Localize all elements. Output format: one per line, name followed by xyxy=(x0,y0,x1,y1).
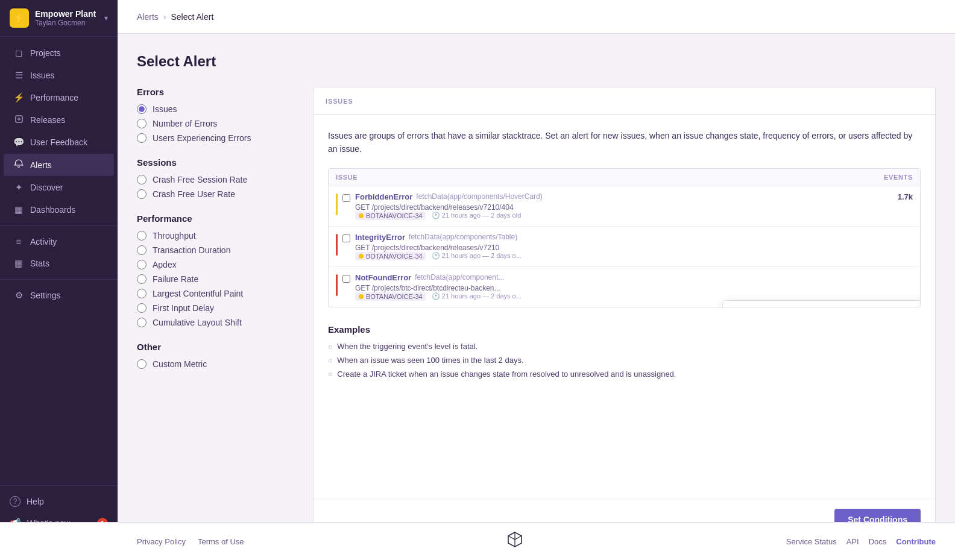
sidebar-item-performance[interactable]: ⚡ Performance xyxy=(4,87,114,109)
issue-location: fetchData(app/component... xyxy=(415,273,504,282)
issue-events-count: 1.7k xyxy=(898,192,913,201)
issue-path: GET /projects/direct/backend/releases/v7… xyxy=(355,244,913,252)
settings-icon: ⚙ xyxy=(13,290,24,301)
severity-indicator xyxy=(336,234,338,256)
right-panel-header: ISSUES xyxy=(314,87,935,115)
radio-failure-rate-input[interactable] xyxy=(137,274,147,284)
radio-lcp[interactable]: Largest Contentful Paint xyxy=(137,289,294,298)
radio-fid[interactable]: First Input Delay xyxy=(137,303,294,313)
row-checkbox[interactable] xyxy=(342,234,350,242)
issue-meta: BOTANAVOICE-34 🕐 21 hours ago — 2 days o… xyxy=(355,252,913,260)
issue-title-row: IntegrityError fetchData(app/components/… xyxy=(355,233,913,242)
row-checkbox[interactable] xyxy=(342,275,350,283)
issues-table-header: ISSUE EVENTS xyxy=(329,169,920,186)
page-title: Select Alert xyxy=(137,53,936,70)
row-checkbox[interactable] xyxy=(342,194,350,202)
radio-failure-rate-label: Failure Rate xyxy=(153,274,198,284)
issue-tag: BOTANAVOICE-34 xyxy=(355,212,426,220)
sidebar-item-user-feedback[interactable]: 💬 User Feedback xyxy=(4,131,114,153)
svg-point-1 xyxy=(359,213,364,218)
issue-name: NotFoundError xyxy=(355,273,411,282)
sidebar-item-label: User Feedback xyxy=(30,137,87,147)
sidebar-item-issues[interactable]: ☰ Issues xyxy=(4,64,114,86)
other-radio-group: Custom Metric xyxy=(137,359,294,369)
radio-cls-input[interactable] xyxy=(137,318,147,327)
section-errors-title: Errors xyxy=(137,87,294,97)
org-chevron-icon: ▾ xyxy=(104,14,108,22)
issue-path: GET /projects/btc-direct/btcdirecteu-bac… xyxy=(355,284,913,292)
issue-title-row: ForbiddenError fetchData(app/components/… xyxy=(355,192,893,201)
sidebar-item-label: Projects xyxy=(30,48,61,58)
errors-radio-group: Issues Number of Errors Users Experienci… xyxy=(137,104,294,143)
sidebar-help[interactable]: ? Help xyxy=(0,491,118,512)
issue-location: fetchData(app/components/Table) xyxy=(409,233,517,241)
right-panel-body: Issues are groups of errors that have a … xyxy=(314,115,935,499)
sidebar-item-label: Activity xyxy=(30,237,57,247)
radio-crash-free-session-rate-label: Crash Free Session Rate xyxy=(153,175,247,184)
radio-crash-free-session-rate-input[interactable] xyxy=(137,175,147,184)
sidebar-item-label: Dashboards xyxy=(30,205,76,215)
radio-throughput[interactable]: Throughput xyxy=(137,231,294,241)
org-name: Empower Plant xyxy=(35,9,98,19)
radio-fid-input[interactable] xyxy=(137,303,147,313)
issue-time: 🕐 21 hours ago — 2 days o... xyxy=(432,292,522,300)
issue-time: 🕐 21 hours ago — 2 days old xyxy=(432,212,522,219)
breadcrumb-current: Select Alert xyxy=(171,12,213,22)
radio-issues[interactable]: Issues xyxy=(137,104,294,114)
sidebar-item-releases[interactable]: Releases xyxy=(4,109,114,131)
footer-right: Service Status API Docs Contribute xyxy=(786,537,936,546)
privacy-policy-link[interactable]: Privacy Policy xyxy=(137,537,186,546)
section-other-title: Other xyxy=(137,342,294,352)
radio-crash-free-user-rate[interactable]: Crash Free User Rate xyxy=(137,189,294,199)
example-item: When the triggering event's level is fat… xyxy=(328,342,921,351)
issue-time: 🕐 21 hours ago — 2 days o... xyxy=(432,252,522,260)
examples-title: Examples xyxy=(328,324,921,335)
sidebar-item-dashboards[interactable]: ▦ Dashboards xyxy=(4,199,114,221)
radio-apdex[interactable]: Apdex xyxy=(137,260,294,269)
radio-failure-rate[interactable]: Failure Rate xyxy=(137,274,294,284)
radio-apdex-label: Apdex xyxy=(153,260,177,269)
sidebar-item-stats[interactable]: ▦ Stats xyxy=(4,253,114,274)
sidebar-item-label: Issues xyxy=(30,71,54,80)
radio-crash-free-session-rate[interactable]: Crash Free Session Rate xyxy=(137,175,294,184)
sidebar-item-projects[interactable]: ◻ Projects xyxy=(4,42,114,64)
issue-title-row: NotFoundError fetchData(app/component... xyxy=(355,273,913,282)
alert-condition-popup: ⓘ WHEN A new issue is created An issue c… xyxy=(722,300,921,307)
sidebar-item-activity[interactable]: ≡ Activity xyxy=(4,231,114,252)
radio-transaction-duration-input[interactable] xyxy=(137,245,147,255)
terms-of-use-link[interactable]: Terms of Use xyxy=(198,537,244,546)
activity-icon: ≡ xyxy=(13,236,24,247)
radio-issues-input[interactable] xyxy=(137,104,147,114)
radio-cls[interactable]: Cumulative Layout Shift xyxy=(137,318,294,327)
sidebar-item-settings[interactable]: ⚙ Settings xyxy=(4,285,114,306)
api-link[interactable]: API xyxy=(846,537,859,546)
projects-icon: ◻ xyxy=(13,48,24,58)
alerts-icon xyxy=(13,159,24,171)
radio-users-experiencing-errors[interactable]: Users Experiencing Errors xyxy=(137,133,294,143)
breadcrumb-parent[interactable]: Alerts xyxy=(137,12,159,22)
service-status-link[interactable]: Service Status xyxy=(786,537,837,546)
radio-users-experiencing-errors-input[interactable] xyxy=(137,133,147,143)
user-feedback-icon: 💬 xyxy=(13,137,24,148)
radio-crash-free-user-rate-input[interactable] xyxy=(137,189,147,199)
performance-radio-group: Throughput Transaction Duration Apdex Fa… xyxy=(137,231,294,327)
sidebar: ⚡ Empower Plant Taylan Gocmen ▾ ◻ Projec… xyxy=(0,0,118,560)
contribute-link[interactable]: Contribute xyxy=(896,537,936,546)
radio-lcp-input[interactable] xyxy=(137,289,147,298)
radio-number-of-errors[interactable]: Number of Errors xyxy=(137,119,294,128)
radio-throughput-input[interactable] xyxy=(137,231,147,241)
table-row: NotFoundError fetchData(app/component...… xyxy=(329,267,920,307)
radio-number-of-errors-input[interactable] xyxy=(137,119,147,128)
radio-custom-metric-input[interactable] xyxy=(137,359,147,369)
docs-link[interactable]: Docs xyxy=(869,537,887,546)
sidebar-item-alerts[interactable]: Alerts xyxy=(4,154,114,176)
performance-icon: ⚡ xyxy=(13,92,24,103)
radio-custom-metric[interactable]: Custom Metric xyxy=(137,359,294,369)
table-row: ForbiddenError fetchData(app/components/… xyxy=(329,186,920,227)
issue-meta: BOTANAVOICE-34 🕐 21 hours ago — 2 days o… xyxy=(355,212,893,220)
org-switcher[interactable]: ⚡ Empower Plant Taylan Gocmen ▾ xyxy=(0,0,118,37)
radio-apdex-input[interactable] xyxy=(137,260,147,269)
sidebar-item-discover[interactable]: ✦ Discover xyxy=(4,177,114,198)
radio-transaction-duration[interactable]: Transaction Duration xyxy=(137,245,294,255)
issues-icon: ☰ xyxy=(13,70,24,81)
